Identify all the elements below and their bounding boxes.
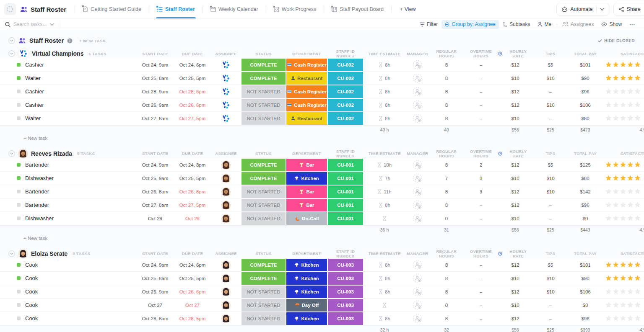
- staff-id-pill[interactable]: CU-001: [328, 212, 363, 225]
- satisfaction-rating[interactable]: ★★★★★: [602, 160, 644, 169]
- time-estimate[interactable]: 8h: [364, 276, 405, 281]
- department-pill[interactable]: Cash Register: [286, 59, 327, 71]
- column-header-department[interactable]: DEPARTMENT: [286, 251, 327, 256]
- time-estimate[interactable]: [364, 303, 405, 308]
- staff-id-cell[interactable]: CU-003: [327, 299, 364, 311]
- satisfaction-rating[interactable]: ★★★★★: [602, 187, 644, 196]
- task-name-cell[interactable]: Cook: [0, 262, 136, 268]
- department-pill[interactable]: Kitchen: [286, 286, 327, 298]
- new-task-top-button[interactable]: + NEW TASK: [79, 39, 106, 43]
- column-header-staff-id-number[interactable]: STAFF ID NUMBER: [327, 149, 364, 158]
- manager-placeholder[interactable]: [405, 273, 429, 283]
- staff-id-cell[interactable]: CU-001: [327, 172, 364, 185]
- status-pill[interactable]: COMPLETE: [242, 272, 286, 285]
- department-pill[interactable]: Bar: [286, 159, 327, 171]
- manager-placeholder[interactable]: [405, 60, 429, 69]
- column-header-status[interactable]: STATUS: [241, 51, 286, 56]
- overtime-hours[interactable]: –: [464, 203, 498, 208]
- hourly-rate[interactable]: $12: [498, 263, 532, 268]
- staff-id-pill[interactable]: CU-002: [328, 112, 363, 125]
- department-cell[interactable]: Bar: [286, 158, 327, 171]
- department-cell[interactable]: Kitchen: [286, 312, 327, 325]
- task-name-cell[interactable]: Bartender: [0, 188, 136, 195]
- start-date[interactable]: Oct 28: [136, 216, 174, 221]
- column-header-due-date[interactable]: DUE DATE: [174, 51, 211, 56]
- staff-id-pill[interactable]: CU-003: [328, 286, 363, 298]
- status-cell[interactable]: NOT STARTED: [241, 299, 286, 311]
- manager-placeholder[interactable]: [405, 160, 429, 170]
- overtime-hours[interactable]: –: [464, 303, 498, 308]
- total-pay[interactable]: $0: [569, 216, 602, 221]
- department-cell[interactable]: Restaurant: [286, 112, 327, 125]
- satisfaction-rating[interactable]: ★★★★★: [602, 100, 644, 109]
- tips[interactable]: $5: [532, 62, 569, 67]
- task-name[interactable]: Cashier: [25, 62, 44, 68]
- task-status-square[interactable]: [17, 290, 21, 293]
- hourly-rate[interactable]: $12: [498, 162, 532, 167]
- department-pill[interactable]: Bar: [286, 185, 327, 198]
- task-row[interactable]: Bartender Oct 26, 8am Oct 26, 8pm NOT ST…: [0, 185, 644, 198]
- due-date[interactable]: Oct 27, 5pm: [174, 203, 211, 208]
- column-header-tips[interactable]: TIPS: [532, 51, 569, 56]
- info-icon[interactable]: [67, 38, 73, 44]
- staff-id-cell[interactable]: CU-001: [327, 212, 364, 225]
- department-cell[interactable]: Bar: [286, 185, 327, 198]
- overtime-hours[interactable]: –: [464, 289, 498, 294]
- status-cell[interactable]: COMPLETE: [241, 58, 286, 71]
- hourly-rate[interactable]: $10: [498, 276, 532, 281]
- task-status-square[interactable]: [17, 90, 21, 93]
- start-date[interactable]: Oct 25, 8am: [136, 276, 174, 281]
- tips[interactable]: $10: [532, 103, 569, 108]
- due-date[interactable]: Oct 28, 5pm: [174, 316, 211, 321]
- department-pill[interactable]: Restaurant: [286, 72, 327, 85]
- tips[interactable]: $10: [532, 289, 569, 294]
- tips[interactable]: –: [532, 203, 569, 208]
- manager-placeholder[interactable]: [405, 73, 429, 83]
- column-header-regular-hours[interactable]: REGULAR HOURS: [429, 149, 464, 158]
- tips[interactable]: –: [532, 303, 569, 308]
- staff-id-cell[interactable]: CU-003: [327, 285, 364, 298]
- star-rating-icons[interactable]: ★★★★★: [602, 87, 644, 96]
- share-button[interactable]: Share: [613, 3, 644, 15]
- start-date[interactable]: Oct 24, 9am: [136, 62, 174, 67]
- star-rating-icons[interactable]: ★★★★★: [602, 187, 644, 196]
- tips[interactable]: $10: [532, 176, 569, 181]
- status-cell[interactable]: NOT STARTED: [241, 85, 286, 98]
- star-rating-icons[interactable]: ★★★★★: [602, 201, 644, 209]
- status-cell[interactable]: COMPLETE: [241, 272, 286, 285]
- column-header-hourly-rate[interactable]: HOURLY RATE: [498, 149, 532, 158]
- column-header-start-date[interactable]: START DATE: [136, 151, 174, 156]
- manager-placeholder[interactable]: [405, 287, 429, 296]
- column-header-total-pay[interactable]: TOTAL PAY: [569, 251, 602, 256]
- due-date[interactable]: Oct 24, 8pm: [174, 162, 211, 167]
- task-name[interactable]: Bartender: [25, 188, 49, 195]
- time-estimate[interactable]: 8h: [364, 263, 405, 268]
- group-avatar[interactable]: [18, 49, 29, 59]
- task-row[interactable]: Bartender Oct 27, 8am Oct 27, 5pm NOT ST…: [0, 198, 644, 212]
- task-name-cell[interactable]: Bartender: [0, 202, 136, 208]
- tips[interactable]: –: [532, 316, 569, 321]
- overtime-hours[interactable]: –: [464, 76, 498, 81]
- column-header-regular-hours[interactable]: REGULAR HOURS: [429, 49, 464, 58]
- task-status-square[interactable]: [17, 263, 21, 267]
- regular-hours[interactable]: 8: [429, 89, 464, 94]
- status-cell[interactable]: NOT STARTED: [241, 198, 286, 211]
- due-date[interactable]: Oct 26, 8pm: [174, 189, 211, 194]
- department-cell[interactable]: Restaurant: [286, 72, 327, 85]
- task-name[interactable]: Cook: [25, 262, 38, 268]
- status-pill[interactable]: NOT STARTED: [242, 99, 286, 111]
- total-pay[interactable]: $101: [569, 62, 602, 67]
- due-date[interactable]: Oct 27: [174, 303, 211, 308]
- task-status-square[interactable]: [17, 76, 21, 80]
- hourly-rate[interactable]: $10: [498, 116, 532, 121]
- status-cell[interactable]: COMPLETE: [241, 72, 286, 85]
- task-name-cell[interactable]: Cook: [0, 288, 136, 295]
- tab-work-progress[interactable]: Work Progress: [269, 0, 321, 18]
- start-date[interactable]: Oct 28, 9am: [136, 89, 174, 94]
- star-rating-icons[interactable]: ★★★★★: [602, 60, 644, 69]
- regular-hours[interactable]: 8: [429, 76, 464, 81]
- column-header-time-estimate[interactable]: TIME ESTIMATE: [364, 51, 405, 56]
- group-collapse-chevron-icon[interactable]: [8, 150, 15, 157]
- start-date[interactable]: Oct 28, 8am: [136, 316, 174, 321]
- regular-hours[interactable]: 8: [429, 289, 464, 294]
